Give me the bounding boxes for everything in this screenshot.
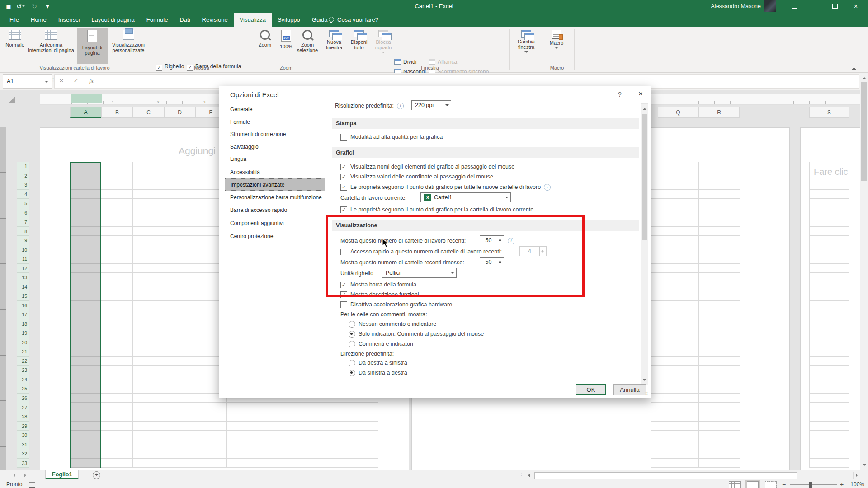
- combo-cartella-di-lavoro-corrente[interactable]: XCartel1: [420, 192, 511, 202]
- zoom-button-zoom[interactable]: Zoom: [255, 28, 275, 64]
- spinner-arrows[interactable]: [497, 258, 504, 267]
- row-header-21[interactable]: 21: [17, 347, 29, 357]
- hscroll-left-icon[interactable]: [526, 474, 530, 477]
- row-header-5[interactable]: 5: [17, 199, 29, 208]
- resolution-select[interactable]: 220 ppi: [411, 100, 451, 110]
- next-sheet-icon[interactable]: [24, 474, 28, 477]
- checkbox-icon[interactable]: ✓: [340, 184, 347, 191]
- macro-record-icon[interactable]: [29, 482, 35, 488]
- dialog-scrollbar[interactable]: [641, 103, 648, 385]
- row-header-29[interactable]: 29: [17, 422, 29, 431]
- row-header-20[interactable]: 20: [17, 338, 29, 347]
- close-button[interactable]: ×: [848, 0, 863, 13]
- page-layout-view-icon[interactable]: [747, 481, 759, 488]
- confirm-entry-icon[interactable]: ✓: [71, 74, 81, 88]
- splitter-handle[interactable]: ⁞: [521, 472, 522, 477]
- spinner-mostra-questo-numero-di-cartelle-recenti-rimosse[interactable]: 50: [480, 257, 504, 267]
- tab-dati[interactable]: Dati: [174, 13, 196, 27]
- minimize-button[interactable]: —: [807, 0, 822, 13]
- normal-view-icon[interactable]: [729, 481, 741, 488]
- column-header-d[interactable]: D: [164, 107, 195, 118]
- spinner-accesso-rapido-a-questo-numero-di-cartelle-di-lavoro-recenti[interactable]: 4: [519, 246, 547, 256]
- checkbox-icon[interactable]: ✓: [340, 164, 347, 170]
- scroll-up-icon[interactable]: [643, 106, 646, 110]
- row-header-9[interactable]: 9: [17, 236, 29, 245]
- prev-sheet-icon[interactable]: [12, 474, 15, 477]
- tab-inserisci[interactable]: Inserisci: [52, 13, 86, 27]
- row-header-30[interactable]: 30: [17, 431, 29, 440]
- resize-grip[interactable]: ⠿: [645, 392, 648, 396]
- avatar[interactable]: [764, 0, 776, 12]
- tab-sviluppo[interactable]: Sviluppo: [272, 13, 306, 27]
- row-header-7[interactable]: 7: [17, 217, 29, 227]
- row-header-27[interactable]: 27: [17, 403, 29, 413]
- scroll-up-icon[interactable]: [863, 75, 866, 79]
- checkbox-icon[interactable]: ✓: [340, 291, 347, 298]
- tab-layout-di-pagina[interactable]: Layout di pagina: [85, 13, 140, 27]
- radio-icon[interactable]: [349, 321, 355, 328]
- scroll-down-icon[interactable]: [643, 379, 646, 383]
- view-button-visualizzazioni-personalizzate[interactable]: Visualizzazioni personalizzate: [108, 28, 148, 64]
- insert-function-icon[interactable]: fx: [86, 74, 97, 88]
- checkbox-icon[interactable]: ✓: [340, 206, 347, 213]
- selected-column-a[interactable]: [70, 162, 101, 468]
- ok-button[interactable]: OK: [576, 384, 606, 395]
- nav-item-accessibilita[interactable]: Accessibilità: [225, 166, 325, 178]
- zoom-button-zoom-selezione[interactable]: Zoom selezione: [296, 28, 319, 64]
- row-header-6[interactable]: 6: [17, 208, 29, 218]
- column-header-r[interactable]: R: [698, 107, 740, 118]
- dialog-close-icon[interactable]: ×: [633, 88, 648, 100]
- cancel-entry-icon[interactable]: ✕: [56, 74, 67, 88]
- cell-grid-right[interactable]: [651, 162, 740, 468]
- nav-item-personalizzazione-barra-multifunzione[interactable]: Personalizzazione barra multifunzione: [225, 192, 325, 204]
- nav-item-impostazioni-avanzate[interactable]: Impostazioni avanzate: [225, 178, 325, 191]
- radio-icon[interactable]: [349, 341, 355, 347]
- nav-item-strumenti-di-correzione[interactable]: Strumenti di correzione: [225, 128, 325, 141]
- tell-me-box[interactable]: Cosa vuoi fare?: [329, 13, 378, 27]
- zoom-in-icon[interactable]: +: [840, 481, 844, 488]
- checkbox-icon[interactable]: [340, 249, 347, 255]
- zoom-level[interactable]: 100%: [848, 481, 864, 488]
- checkbox-icon[interactable]: ✓: [340, 282, 347, 288]
- vscroll-thumb[interactable]: [861, 82, 867, 181]
- radio-icon[interactable]: [349, 360, 355, 366]
- window-button-disponi-tutto[interactable]: Disponi tutto: [347, 28, 371, 64]
- view-button-layout-di-pagina[interactable]: Layout di pagina: [77, 28, 108, 64]
- spin-down-icon[interactable]: [541, 251, 544, 254]
- row-header-10[interactable]: 10: [17, 245, 29, 255]
- add-sheet-icon[interactable]: +: [93, 471, 100, 479]
- row-header-2[interactable]: 2: [17, 171, 29, 181]
- sheet-vscrollbar[interactable]: [860, 73, 868, 470]
- zoom-button-100[interactable]: 100%: [276, 28, 296, 64]
- nav-item-barra-di-accesso-rapido[interactable]: Barra di accesso rapido: [225, 204, 325, 216]
- row-header-22[interactable]: 22: [17, 357, 29, 366]
- sheet-tab-foglio1[interactable]: Foglio1: [45, 470, 79, 479]
- row-header-23[interactable]: 23: [17, 366, 29, 375]
- row-header-24[interactable]: 24: [17, 375, 29, 385]
- cancel-button[interactable]: Annulla: [613, 384, 646, 395]
- scrollbar-thumb[interactable]: [642, 114, 647, 240]
- row-header-8[interactable]: 8: [17, 227, 29, 236]
- macro-button[interactable]: Macro: [544, 28, 569, 64]
- row-header-33[interactable]: 33: [17, 459, 29, 468]
- checkbox-icon[interactable]: [340, 134, 347, 141]
- row-header-31[interactable]: 31: [17, 440, 29, 450]
- maximize-button[interactable]: [827, 0, 843, 13]
- column-header-c[interactable]: C: [133, 107, 164, 118]
- row-header-13[interactable]: 13: [17, 273, 29, 282]
- row-header-19[interactable]: 19: [17, 328, 29, 338]
- checkbox-icon[interactable]: [340, 301, 347, 308]
- collapse-ribbon-icon[interactable]: [852, 65, 856, 70]
- column-header-q[interactable]: Q: [658, 107, 698, 118]
- ribbon-display-options-icon[interactable]: [787, 0, 802, 13]
- window-button-nuova-finestra[interactable]: Nuova finestra: [322, 28, 346, 64]
- view-button-normale[interactable]: Normale: [4, 28, 26, 64]
- row-header-11[interactable]: 11: [17, 254, 29, 264]
- zoom-out-icon[interactable]: −: [782, 481, 786, 488]
- select-unita-righello[interactable]: Pollici: [382, 268, 457, 278]
- nav-item-centro-protezione[interactable]: Centro protezione: [225, 230, 325, 243]
- name-box[interactable]: A1: [3, 74, 52, 89]
- row-header-16[interactable]: 16: [17, 301, 29, 310]
- row-header-12[interactable]: 12: [17, 264, 29, 273]
- spin-down-icon[interactable]: [499, 262, 501, 265]
